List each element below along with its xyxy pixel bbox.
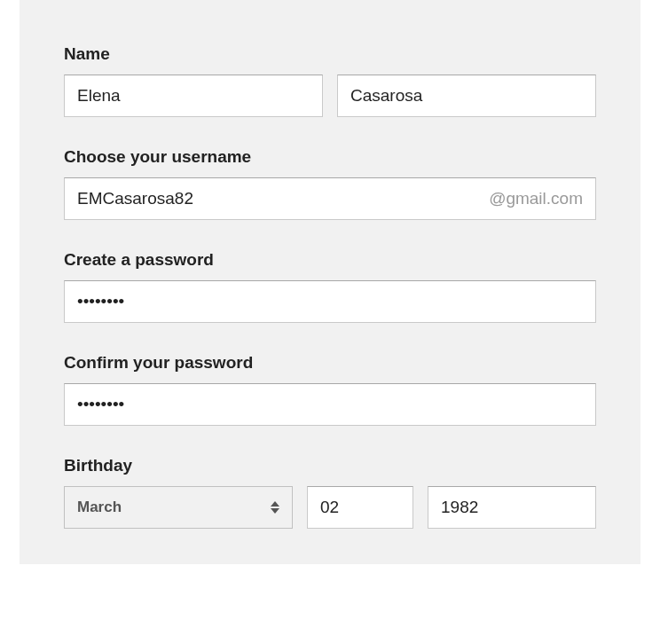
username-field-wrap: @gmail.com: [64, 177, 596, 220]
birthday-day-input[interactable]: [307, 486, 413, 529]
birthday-label: Birthday: [64, 456, 596, 475]
birthday-row: March: [64, 486, 596, 529]
last-name-input[interactable]: [337, 75, 596, 117]
birthday-month-value: March: [77, 499, 271, 516]
svg-marker-1: [271, 508, 279, 514]
password-label: Create a password: [64, 250, 596, 270]
username-section: Choose your username @gmail.com: [64, 147, 596, 220]
username-label: Choose your username: [64, 147, 596, 167]
password-section: Create a password: [64, 250, 596, 323]
confirm-password-section: Confirm your password: [64, 353, 596, 426]
name-section: Name: [64, 44, 596, 117]
birthday-month-select[interactable]: March: [64, 486, 293, 529]
name-label: Name: [64, 44, 596, 64]
username-input[interactable]: [65, 178, 489, 219]
confirm-password-label: Confirm your password: [64, 353, 596, 373]
confirm-password-input[interactable]: [64, 383, 596, 426]
birthday-section: Birthday March: [64, 456, 596, 529]
username-suffix: @gmail.com: [489, 189, 595, 208]
name-row: [64, 75, 596, 117]
first-name-input[interactable]: [64, 75, 323, 117]
birthday-year-input[interactable]: [428, 486, 596, 529]
password-input[interactable]: [64, 280, 596, 323]
spinner-icon: [271, 501, 279, 514]
signup-form: Name Choose your username @gmail.com Cre…: [20, 0, 640, 564]
svg-marker-0: [271, 501, 279, 507]
